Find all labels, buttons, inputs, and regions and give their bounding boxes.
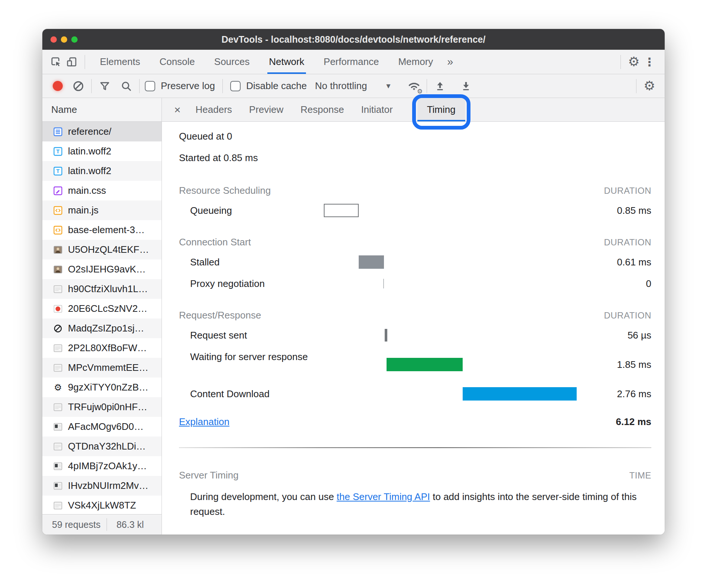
- request-row[interactable]: main.js: [42, 200, 162, 220]
- image-dark-icon: [53, 422, 63, 432]
- disable-cache-label: Disable cache: [246, 80, 307, 92]
- divider: [222, 79, 223, 93]
- request-row[interactable]: 20E6CLcSzNV2…: [42, 299, 162, 318]
- detail-tab-initiator[interactable]: Initiator: [361, 98, 392, 121]
- image-photo-icon: [53, 245, 63, 255]
- preserve-log-label: Preserve log: [161, 80, 215, 92]
- stylesheet-icon: [53, 186, 63, 196]
- tab-elements[interactable]: Elements: [98, 50, 141, 74]
- request-name: VSk4XjLkW8TZ: [68, 500, 136, 511]
- phase-bar: [359, 255, 384, 269]
- request-row[interactable]: O2sIJEHG9avK…: [42, 259, 162, 279]
- font-icon: T: [53, 166, 63, 176]
- filter-icon[interactable]: [97, 78, 113, 95]
- section-divider: [179, 447, 651, 448]
- export-har-icon[interactable]: [458, 78, 474, 95]
- more-tabs-chevron-icon[interactable]: »: [446, 50, 454, 74]
- image-icon: [53, 402, 63, 412]
- divider: [107, 518, 107, 531]
- kebab-menu-icon[interactable]: ⋮: [642, 53, 657, 71]
- close-details-icon[interactable]: ×: [174, 104, 181, 115]
- phase-bar: [463, 387, 577, 401]
- detail-tab-headers[interactable]: Headers: [196, 98, 232, 121]
- search-icon[interactable]: [118, 78, 134, 95]
- requests-sidebar: Name reference/Tlatin.woff2Tlatin.woff2m…: [42, 98, 162, 535]
- record-button[interactable]: [50, 78, 65, 95]
- clear-icon[interactable]: [71, 78, 86, 95]
- name-column-header[interactable]: Name: [42, 98, 162, 122]
- phase-label: Stalled: [190, 254, 220, 270]
- divider: [636, 79, 636, 93]
- image-icon: [53, 500, 63, 511]
- device-toolbar-icon[interactable]: [64, 53, 79, 71]
- request-row[interactable]: 4pIMBj7zOAk1y…: [42, 456, 162, 476]
- request-name: base-element-3…: [68, 224, 145, 236]
- request-row[interactable]: main.css: [42, 181, 162, 200]
- request-row[interactable]: VSk4XjLkW8TZ: [42, 496, 162, 514]
- request-row[interactable]: Tlatin.woff2: [42, 161, 162, 181]
- request-name: 4pIMBj7zOAk1y…: [68, 460, 147, 472]
- image-icon: [53, 441, 63, 452]
- server-timing-api-link[interactable]: the Server Timing API: [337, 491, 430, 502]
- disable-cache-toggle[interactable]: Disable cache: [230, 80, 307, 92]
- image-dark-icon: [53, 481, 63, 491]
- request-name: TRFujw0pi0nHF…: [68, 401, 147, 413]
- started-at-text: Started at 0.85 ms: [179, 151, 651, 164]
- tab-memory[interactable]: Memory: [397, 50, 434, 74]
- request-row[interactable]: base-element-3…: [42, 220, 162, 240]
- divider: [91, 79, 92, 93]
- preserve-log-checkbox[interactable]: [145, 81, 155, 91]
- detail-tab-timing[interactable]: Timing: [417, 98, 465, 121]
- svg-text:T: T: [56, 148, 60, 154]
- preserve-log-toggle[interactable]: Preserve log: [145, 80, 215, 92]
- font-icon: T: [53, 146, 63, 157]
- tab-performance[interactable]: Performance: [322, 50, 381, 74]
- request-row[interactable]: h90CtfziXluvh1L…: [42, 279, 162, 299]
- server-timing-header: Server Timing TIME: [179, 469, 651, 482]
- traffic-light-close[interactable]: [50, 36, 57, 43]
- detail-tab-preview[interactable]: Preview: [249, 98, 283, 121]
- disable-cache-checkbox[interactable]: [230, 81, 241, 91]
- phase-duration: 0.85 ms: [617, 202, 652, 219]
- phase-bar: [385, 329, 387, 342]
- phase-bar: [383, 279, 384, 288]
- request-name: h90CtfziXluvh1L…: [68, 283, 148, 295]
- request-row[interactable]: TRFujw0pi0nHF…: [42, 397, 162, 417]
- traffic-light-minimize[interactable]: [61, 36, 67, 43]
- content-area: Name reference/Tlatin.woff2Tlatin.woff2m…: [42, 98, 665, 535]
- server-timing-title: Server Timing: [179, 469, 238, 481]
- import-har-icon[interactable]: [432, 78, 448, 95]
- devtools-window: DevTools - localhost:8080/docs/devtools/…: [42, 29, 665, 535]
- request-row[interactable]: 2P2L80XfBoFW…: [42, 338, 162, 358]
- transfer-size: 86.3 kl: [117, 519, 144, 530]
- inspect-element-icon[interactable]: [48, 53, 64, 71]
- detail-tab-response[interactable]: Response: [300, 98, 344, 121]
- request-row[interactable]: reference/: [42, 122, 162, 141]
- request-row[interactable]: MadqZsIZpo1sj…: [42, 318, 162, 338]
- request-row[interactable]: Tlatin.woff2: [42, 141, 162, 161]
- traffic-lights: [42, 36, 78, 43]
- detail-tab-bar: × HeadersPreviewResponseInitiatorTiming: [162, 98, 665, 122]
- phase-label: Proxy negotiation: [190, 275, 265, 292]
- request-row[interactable]: IHvzbNUIrm2Mv…: [42, 476, 162, 496]
- request-row[interactable]: MPcVmmemtEE…: [42, 358, 162, 378]
- network-settings-gear-icon[interactable]: ⚙: [642, 78, 657, 95]
- tab-sources[interactable]: Sources: [213, 50, 251, 74]
- timing-row: Waiting for server response1.85 ms: [179, 349, 651, 380]
- throttling-select[interactable]: No throttling ▼: [315, 80, 392, 92]
- settings-gear-icon[interactable]: ⚙: [626, 53, 642, 71]
- network-conditions-icon[interactable]: ⚙: [407, 79, 421, 94]
- phase-duration: 1.85 ms: [617, 349, 652, 380]
- request-name: reference/: [68, 126, 111, 137]
- document-icon: [53, 127, 63, 137]
- timing-section-header: Resource SchedulingDURATION: [179, 184, 651, 197]
- traffic-light-zoom[interactable]: [71, 36, 78, 43]
- request-row[interactable]: U5OHzQL4tEKF…: [42, 240, 162, 259]
- red-dot-icon: [53, 304, 63, 314]
- request-row[interactable]: QTDnaY32hLDi…: [42, 437, 162, 456]
- request-row[interactable]: ⚙9gzXiTYY0nZzB…: [42, 378, 162, 397]
- request-row[interactable]: AFacMOgv6D0…: [42, 417, 162, 437]
- tab-network[interactable]: Network: [267, 50, 306, 74]
- explanation-link[interactable]: Explanation: [179, 415, 229, 428]
- tab-console[interactable]: Console: [158, 50, 196, 74]
